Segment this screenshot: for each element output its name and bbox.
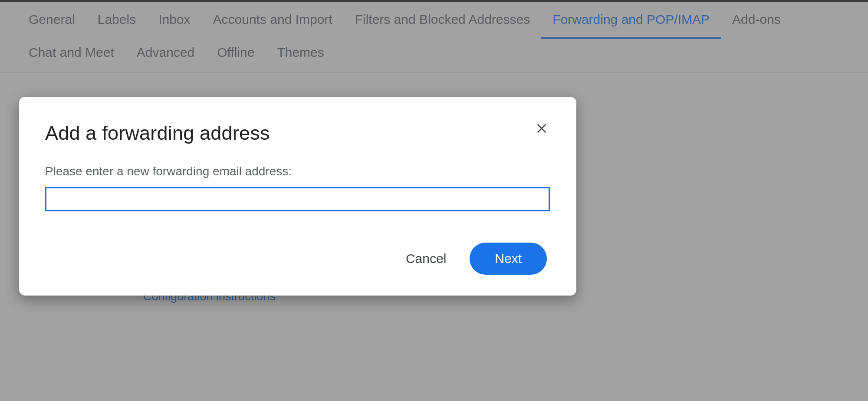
cancel-button[interactable]: Cancel bbox=[406, 251, 446, 266]
dialog-subtitle: Please enter a new forwarding email addr… bbox=[45, 164, 550, 178]
close-icon[interactable] bbox=[533, 119, 550, 138]
next-button[interactable]: Next bbox=[470, 243, 547, 275]
dialog-title: Add a forwarding address bbox=[45, 122, 270, 145]
forwarding-email-input[interactable] bbox=[45, 187, 550, 211]
add-forwarding-address-dialog: Add a forwarding address Please enter a … bbox=[19, 97, 576, 296]
